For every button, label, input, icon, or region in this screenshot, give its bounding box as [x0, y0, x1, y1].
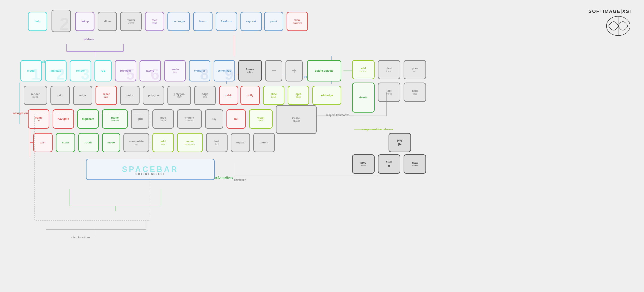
key-inspect-object[interactable]: inspectobject: [276, 105, 317, 134]
key-next-node[interactable]: next node: [404, 83, 426, 102]
logo-icon: [605, 15, 631, 37]
key-play[interactable]: play ▶: [388, 133, 411, 152]
key-parent[interactable]: parent: [253, 133, 275, 152]
key-view-maximize[interactable]: view maximize: [286, 12, 308, 31]
key-last-frame[interactable]: last frame: [378, 83, 400, 102]
key-slider[interactable]: slider: [98, 12, 117, 31]
key-repeat[interactable]: repeat: [231, 133, 250, 152]
key-render-tree[interactable]: render tree: [164, 60, 186, 81]
label-animation: animation: [234, 178, 246, 181]
key-lasso[interactable]: lasso: [193, 12, 212, 31]
key-stop[interactable]: stop ■: [378, 154, 400, 174]
key-rotate[interactable]: rotate: [78, 133, 99, 152]
key-face-robot[interactable]: face robot: [145, 12, 164, 31]
key-pan[interactable]: pan: [33, 133, 52, 152]
key-duplicate[interactable]: duplicate: [77, 109, 99, 129]
key-edge[interactable]: edge: [73, 86, 92, 105]
key-edge-paint[interactable]: edge paint: [194, 86, 216, 105]
key-split-edge[interactable]: split edge: [288, 86, 309, 105]
key-freeform[interactable]: freeform: [216, 12, 237, 31]
key-minus[interactable]: −: [265, 60, 282, 81]
logo-text: SOFTIMAGE|XSI: [588, 8, 631, 14]
key-render-region[interactable]: render region: [24, 86, 47, 105]
key-explorer[interactable]: 8 explorer: [189, 60, 210, 81]
key-clean-verts[interactable]: clean verts: [249, 109, 273, 129]
key-grid[interactable]: grid: [131, 109, 149, 129]
label-editors: editors: [84, 37, 94, 41]
logo-area: SOFTIMAGE|XSI: [588, 8, 631, 37]
key-rectangle[interactable]: rectangle: [168, 12, 190, 31]
key-next-frame[interactable]: next frame: [404, 154, 426, 174]
key-move[interactable]: move: [102, 133, 120, 152]
key-key[interactable]: key: [205, 109, 223, 129]
key-navigate[interactable]: navigate: [52, 109, 74, 129]
key-dolly[interactable]: dolly: [240, 86, 260, 105]
key-hide-unhide[interactable]: hide unhide: [152, 109, 174, 129]
key-polygon[interactable]: polygon: [143, 86, 164, 105]
label-misc-functions: misc.functions: [71, 236, 90, 239]
key-animate[interactable]: 2 animate: [45, 60, 66, 81]
label-navigation: navigation: [13, 112, 28, 115]
key-frame-selected[interactable]: frame selected: [102, 109, 128, 129]
key-layers[interactable]: 6 layers: [140, 60, 161, 81]
key-roll[interactable]: roll: [226, 109, 246, 129]
key-spacebar[interactable]: SPACEBAR OBJECT SELECT: [86, 159, 215, 180]
key-first-frame[interactable]: first frame: [378, 60, 400, 79]
key-schematic[interactable]: 9 schematic: [214, 60, 235, 81]
key-paint-top[interactable]: paint: [264, 12, 283, 31]
key-paint-row3[interactable]: paint: [50, 86, 70, 105]
key-raycast[interactable]: raycast: [240, 12, 262, 31]
key-add-edge[interactable]: add edge: [312, 86, 341, 105]
key-plus[interactable]: +: [286, 60, 303, 81]
key-fcurve-editor[interactable]: fcurve editor: [238, 60, 262, 81]
key-prev-frame[interactable]: prev frame: [352, 154, 374, 174]
key-scale[interactable]: scale: [56, 133, 75, 152]
label-component-transforms: component transforms: [361, 128, 393, 131]
key-manipulate-tool[interactable]: manipulate tool: [124, 133, 149, 152]
key-reset-cam[interactable]: reset cam: [96, 86, 117, 105]
key-move-component[interactable]: move component: [177, 133, 203, 152]
key-polygon-paint[interactable]: polygon paint: [168, 86, 191, 105]
key-modify-projection[interactable]: modify projection: [177, 109, 202, 129]
key-delete-objects[interactable]: delete objects: [307, 60, 341, 81]
key-model[interactable]: 1 model: [20, 60, 42, 81]
main-container: SOFTIMAGE|XSI help 2 linkup slider rende…: [0, 0, 644, 292]
key-add-poly[interactable]: add poly: [152, 133, 174, 152]
key-ice[interactable]: ICE: [94, 60, 112, 81]
key-browser[interactable]: 5 browser: [115, 60, 136, 81]
key-point[interactable]: point: [120, 86, 140, 105]
key-2-top[interactable]: 2: [52, 10, 71, 32]
key-frame-all[interactable]: frame all: [28, 109, 49, 129]
key-slice-polys[interactable]: slice polys: [263, 86, 284, 105]
key-last-tool[interactable]: last tool: [206, 133, 228, 152]
key-render-refresh[interactable]: render refresh: [120, 12, 142, 31]
key-add-vertex[interactable]: add vertex: [352, 60, 374, 79]
key-delete-right[interactable]: delete: [352, 83, 374, 113]
label-inspect-transforms: inspect transforms: [326, 114, 350, 117]
key-linkup[interactable]: linkup: [75, 12, 94, 31]
key-help[interactable]: help: [28, 12, 47, 31]
key-render[interactable]: 3 render: [70, 60, 91, 81]
key-orbit[interactable]: orbit: [219, 86, 238, 105]
key-prev-node[interactable]: prev node: [404, 60, 426, 79]
